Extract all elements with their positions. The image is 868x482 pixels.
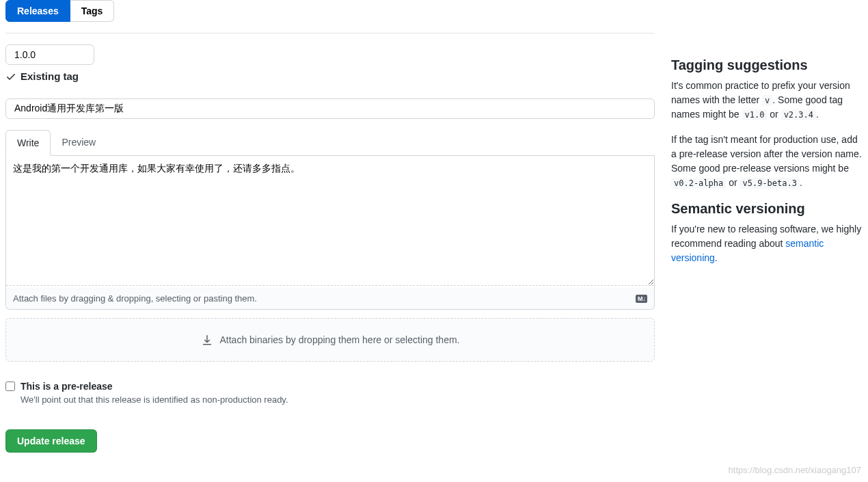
release-title-input[interactable] xyxy=(5,98,655,119)
tag-version-input[interactable] xyxy=(5,44,94,65)
tab-tags[interactable]: Tags xyxy=(70,0,115,22)
attach-binaries-dropzone[interactable]: Attach binaries by dropping them here or… xyxy=(5,318,655,362)
update-release-button[interactable]: Update release xyxy=(5,429,97,453)
existing-tag-label: Existing tag xyxy=(21,70,79,82)
release-description-textarea[interactable] xyxy=(6,156,654,286)
tab-write[interactable]: Write xyxy=(5,130,51,156)
tab-preview[interactable]: Preview xyxy=(51,130,107,155)
tab-releases[interactable]: Releases xyxy=(5,0,70,22)
editor-tab-nav: Write Preview xyxy=(5,130,655,156)
check-icon xyxy=(5,71,16,82)
semantic-versioning-para: If you're new to releasing software, we … xyxy=(671,222,863,265)
tagging-suggestions-heading: Tagging suggestions xyxy=(671,57,863,73)
prerelease-checkbox-label[interactable]: This is a pre-release xyxy=(5,381,655,392)
prerelease-checkbox[interactable] xyxy=(5,381,15,391)
editor-body: Attach files by dragging & dropping, sel… xyxy=(5,156,655,310)
prerelease-label-text: This is a pre-release xyxy=(21,381,113,392)
attach-hint-text: Attach files by dragging & dropping, sel… xyxy=(13,293,257,304)
attach-files-hint[interactable]: Attach files by dragging & dropping, sel… xyxy=(6,288,654,309)
markdown-icon: M↓ xyxy=(636,295,647,303)
tagging-suggestions-para-2: If the tag isn't meant for production us… xyxy=(671,133,863,190)
prerelease-section: This is a pre-release We'll point out th… xyxy=(5,381,655,405)
existing-tag-indicator: Existing tag xyxy=(5,70,655,82)
release-tag-nav: Releases Tags xyxy=(5,0,655,34)
drop-zone-text: Attach binaries by dropping them here or… xyxy=(220,334,460,345)
tagging-suggestions-para-1: It's common practice to prefix your vers… xyxy=(671,79,863,122)
sidebar: Tagging suggestions It's common practice… xyxy=(671,0,863,453)
semantic-versioning-heading: Semantic versioning xyxy=(671,201,863,217)
prerelease-description: We'll point out that this release is ide… xyxy=(21,394,655,405)
download-arrow-icon xyxy=(201,334,213,346)
